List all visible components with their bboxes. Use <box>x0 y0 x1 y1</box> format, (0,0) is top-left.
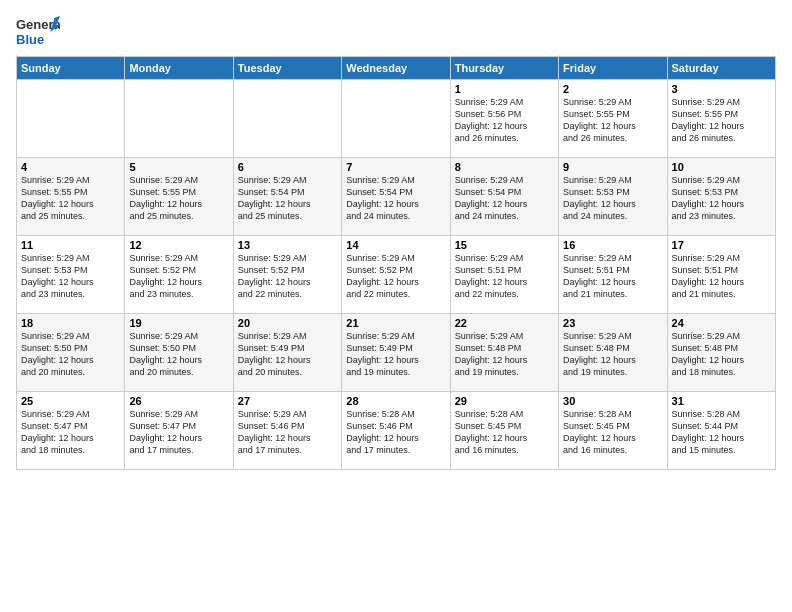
calendar-cell: 23Sunrise: 5:29 AM Sunset: 5:48 PM Dayli… <box>559 314 667 392</box>
day-number: 17 <box>672 239 771 251</box>
day-number: 20 <box>238 317 337 329</box>
day-info: Sunrise: 5:28 AM Sunset: 5:44 PM Dayligh… <box>672 408 771 457</box>
calendar-cell: 22Sunrise: 5:29 AM Sunset: 5:48 PM Dayli… <box>450 314 558 392</box>
logo: General Blue <box>16 16 60 48</box>
calendar-cell: 9Sunrise: 5:29 AM Sunset: 5:53 PM Daylig… <box>559 158 667 236</box>
day-info: Sunrise: 5:29 AM Sunset: 5:48 PM Dayligh… <box>672 330 771 379</box>
calendar-cell: 17Sunrise: 5:29 AM Sunset: 5:51 PM Dayli… <box>667 236 775 314</box>
day-number: 22 <box>455 317 554 329</box>
day-info: Sunrise: 5:29 AM Sunset: 5:52 PM Dayligh… <box>346 252 445 301</box>
day-number: 9 <box>563 161 662 173</box>
day-info: Sunrise: 5:29 AM Sunset: 5:50 PM Dayligh… <box>129 330 228 379</box>
day-number: 2 <box>563 83 662 95</box>
calendar-cell: 25Sunrise: 5:29 AM Sunset: 5:47 PM Dayli… <box>17 392 125 470</box>
calendar-cell: 14Sunrise: 5:29 AM Sunset: 5:52 PM Dayli… <box>342 236 450 314</box>
calendar-cell: 11Sunrise: 5:29 AM Sunset: 5:53 PM Dayli… <box>17 236 125 314</box>
calendar-cell: 16Sunrise: 5:29 AM Sunset: 5:51 PM Dayli… <box>559 236 667 314</box>
header-monday: Monday <box>125 57 233 80</box>
day-number: 10 <box>672 161 771 173</box>
logo-svg: General Blue <box>16 16 60 48</box>
day-info: Sunrise: 5:29 AM Sunset: 5:54 PM Dayligh… <box>238 174 337 223</box>
day-number: 31 <box>672 395 771 407</box>
day-number: 18 <box>21 317 120 329</box>
day-number: 15 <box>455 239 554 251</box>
day-info: Sunrise: 5:29 AM Sunset: 5:53 PM Dayligh… <box>672 174 771 223</box>
day-number: 7 <box>346 161 445 173</box>
day-number: 29 <box>455 395 554 407</box>
calendar-cell: 21Sunrise: 5:29 AM Sunset: 5:49 PM Dayli… <box>342 314 450 392</box>
day-info: Sunrise: 5:28 AM Sunset: 5:45 PM Dayligh… <box>563 408 662 457</box>
calendar-cell: 31Sunrise: 5:28 AM Sunset: 5:44 PM Dayli… <box>667 392 775 470</box>
header-thursday: Thursday <box>450 57 558 80</box>
day-info: Sunrise: 5:29 AM Sunset: 5:56 PM Dayligh… <box>455 96 554 145</box>
day-number: 25 <box>21 395 120 407</box>
calendar-cell <box>17 80 125 158</box>
day-info: Sunrise: 5:29 AM Sunset: 5:48 PM Dayligh… <box>455 330 554 379</box>
day-number: 16 <box>563 239 662 251</box>
calendar-cell: 8Sunrise: 5:29 AM Sunset: 5:54 PM Daylig… <box>450 158 558 236</box>
day-info: Sunrise: 5:29 AM Sunset: 5:47 PM Dayligh… <box>21 408 120 457</box>
day-info: Sunrise: 5:29 AM Sunset: 5:52 PM Dayligh… <box>238 252 337 301</box>
calendar-cell: 7Sunrise: 5:29 AM Sunset: 5:54 PM Daylig… <box>342 158 450 236</box>
header-tuesday: Tuesday <box>233 57 341 80</box>
day-number: 3 <box>672 83 771 95</box>
day-info: Sunrise: 5:28 AM Sunset: 5:46 PM Dayligh… <box>346 408 445 457</box>
day-info: Sunrise: 5:29 AM Sunset: 5:55 PM Dayligh… <box>672 96 771 145</box>
calendar-cell: 10Sunrise: 5:29 AM Sunset: 5:53 PM Dayli… <box>667 158 775 236</box>
day-number: 1 <box>455 83 554 95</box>
calendar-cell <box>125 80 233 158</box>
day-info: Sunrise: 5:29 AM Sunset: 5:51 PM Dayligh… <box>672 252 771 301</box>
day-info: Sunrise: 5:29 AM Sunset: 5:55 PM Dayligh… <box>21 174 120 223</box>
day-info: Sunrise: 5:29 AM Sunset: 5:53 PM Dayligh… <box>563 174 662 223</box>
calendar-cell <box>233 80 341 158</box>
day-number: 8 <box>455 161 554 173</box>
day-info: Sunrise: 5:29 AM Sunset: 5:51 PM Dayligh… <box>455 252 554 301</box>
calendar-table: SundayMondayTuesdayWednesdayThursdayFrid… <box>16 56 776 470</box>
calendar-cell: 15Sunrise: 5:29 AM Sunset: 5:51 PM Dayli… <box>450 236 558 314</box>
header-saturday: Saturday <box>667 57 775 80</box>
day-number: 5 <box>129 161 228 173</box>
header-wednesday: Wednesday <box>342 57 450 80</box>
calendar-cell: 5Sunrise: 5:29 AM Sunset: 5:55 PM Daylig… <box>125 158 233 236</box>
day-info: Sunrise: 5:29 AM Sunset: 5:55 PM Dayligh… <box>129 174 228 223</box>
day-info: Sunrise: 5:29 AM Sunset: 5:54 PM Dayligh… <box>455 174 554 223</box>
day-number: 12 <box>129 239 228 251</box>
day-info: Sunrise: 5:29 AM Sunset: 5:51 PM Dayligh… <box>563 252 662 301</box>
day-info: Sunrise: 5:29 AM Sunset: 5:53 PM Dayligh… <box>21 252 120 301</box>
day-number: 11 <box>21 239 120 251</box>
day-info: Sunrise: 5:28 AM Sunset: 5:45 PM Dayligh… <box>455 408 554 457</box>
calendar-cell: 24Sunrise: 5:29 AM Sunset: 5:48 PM Dayli… <box>667 314 775 392</box>
calendar-cell: 28Sunrise: 5:28 AM Sunset: 5:46 PM Dayli… <box>342 392 450 470</box>
calendar-cell: 19Sunrise: 5:29 AM Sunset: 5:50 PM Dayli… <box>125 314 233 392</box>
calendar-cell <box>342 80 450 158</box>
day-info: Sunrise: 5:29 AM Sunset: 5:50 PM Dayligh… <box>21 330 120 379</box>
calendar-cell: 1Sunrise: 5:29 AM Sunset: 5:56 PM Daylig… <box>450 80 558 158</box>
day-number: 14 <box>346 239 445 251</box>
calendar-cell: 12Sunrise: 5:29 AM Sunset: 5:52 PM Dayli… <box>125 236 233 314</box>
day-info: Sunrise: 5:29 AM Sunset: 5:48 PM Dayligh… <box>563 330 662 379</box>
day-number: 27 <box>238 395 337 407</box>
calendar-cell: 3Sunrise: 5:29 AM Sunset: 5:55 PM Daylig… <box>667 80 775 158</box>
calendar-cell: 27Sunrise: 5:29 AM Sunset: 5:46 PM Dayli… <box>233 392 341 470</box>
day-number: 24 <box>672 317 771 329</box>
day-info: Sunrise: 5:29 AM Sunset: 5:46 PM Dayligh… <box>238 408 337 457</box>
calendar-cell: 13Sunrise: 5:29 AM Sunset: 5:52 PM Dayli… <box>233 236 341 314</box>
day-info: Sunrise: 5:29 AM Sunset: 5:52 PM Dayligh… <box>129 252 228 301</box>
day-number: 21 <box>346 317 445 329</box>
day-info: Sunrise: 5:29 AM Sunset: 5:47 PM Dayligh… <box>129 408 228 457</box>
day-number: 4 <box>21 161 120 173</box>
header-sunday: Sunday <box>17 57 125 80</box>
day-number: 28 <box>346 395 445 407</box>
day-info: Sunrise: 5:29 AM Sunset: 5:54 PM Dayligh… <box>346 174 445 223</box>
calendar-header-row: SundayMondayTuesdayWednesdayThursdayFrid… <box>17 57 776 80</box>
day-number: 6 <box>238 161 337 173</box>
day-info: Sunrise: 5:29 AM Sunset: 5:49 PM Dayligh… <box>238 330 337 379</box>
calendar-cell: 18Sunrise: 5:29 AM Sunset: 5:50 PM Dayli… <box>17 314 125 392</box>
day-number: 13 <box>238 239 337 251</box>
page-header: General Blue <box>16 16 776 48</box>
calendar-cell: 30Sunrise: 5:28 AM Sunset: 5:45 PM Dayli… <box>559 392 667 470</box>
calendar-cell: 4Sunrise: 5:29 AM Sunset: 5:55 PM Daylig… <box>17 158 125 236</box>
calendar-cell: 29Sunrise: 5:28 AM Sunset: 5:45 PM Dayli… <box>450 392 558 470</box>
day-number: 26 <box>129 395 228 407</box>
day-info: Sunrise: 5:29 AM Sunset: 5:55 PM Dayligh… <box>563 96 662 145</box>
